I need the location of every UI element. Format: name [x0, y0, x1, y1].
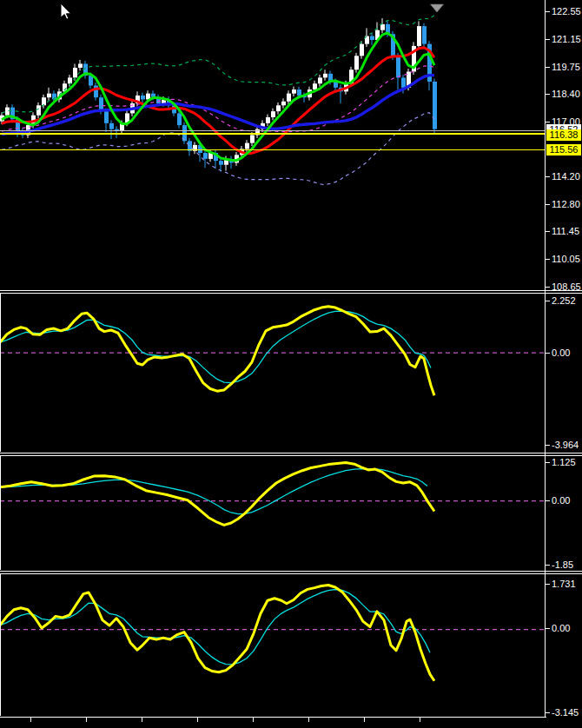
oscillator-main-line — [0, 307, 434, 396]
chart-canvas[interactable] — [0, 0, 582, 728]
oscillator-3-pane[interactable] — [0, 586, 546, 681]
ma-red-line — [2, 48, 434, 154]
bollinger-upper-line — [2, 16, 434, 114]
mouse-cursor-icon — [61, 3, 70, 19]
oscillator-2-pane[interactable] — [0, 463, 546, 526]
oscillator-signal-line — [0, 590, 430, 665]
trading-chart-window: 116.52 116.38 115.56 122.55121.15119.751… — [0, 0, 582, 728]
oscillator-signal-line — [0, 311, 431, 383]
chart-shift-marker-icon[interactable] — [431, 4, 444, 12]
main-chart-pane[interactable] — [0, 16, 437, 185]
oscillator-main-line — [0, 586, 434, 681]
oscillator-1-pane[interactable] — [0, 307, 546, 396]
bollinger-lower-line — [2, 113, 434, 185]
oscillator-main-line — [0, 463, 434, 526]
oscillator-signal-line — [0, 469, 427, 514]
